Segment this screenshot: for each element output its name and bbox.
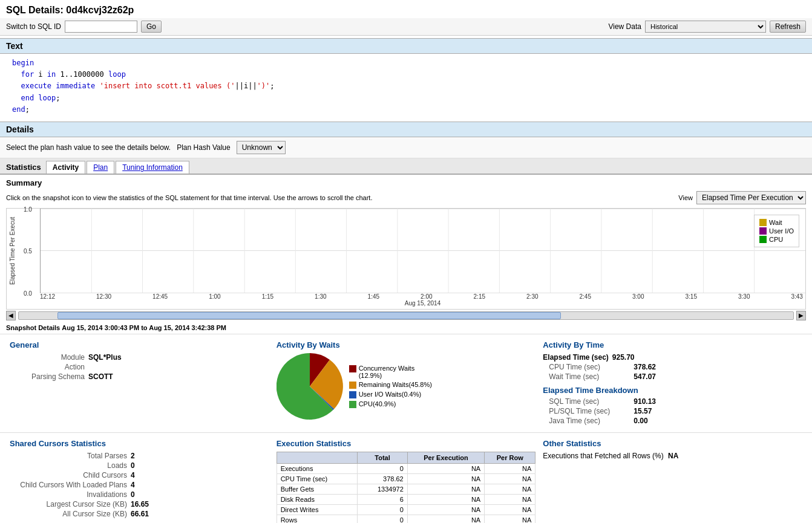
invalidations-label: Invalidations (10, 490, 131, 499)
sql-text: begin for i in 1..1000000 loop execute i… (0, 54, 812, 119)
activity-by-waits-section: Activity By Waits Concurrency Waits(12.9… (273, 338, 540, 429)
pie-userio-label: User I/O Waits(0.4%) (359, 391, 422, 398)
action-row: Action (10, 363, 269, 371)
row-buffer-total: 1334972 (358, 484, 407, 494)
plan-hash-select[interactable]: Unknown (237, 141, 286, 154)
switch-label: Switch to SQL ID (6, 22, 61, 31)
view-data-select[interactable]: Historical (645, 21, 766, 33)
main-grid: General Module SQL*Plus Action Parsing S… (0, 334, 812, 432)
shared-cursors-section: Shared Cursors Statistics Total Parses 2… (6, 437, 273, 523)
loads-row: Loads 0 (10, 461, 269, 470)
largest-cursor-value: 16.65 (131, 500, 149, 508)
legend-concurrency: Concurrency Waits(12.9%) (349, 365, 432, 379)
child-cursors-loaded-label: Child Cursors With Loaded Plans (10, 481, 131, 489)
go-button[interactable]: Go (141, 21, 162, 33)
bottom-grid: Shared Cursors Statistics Total Parses 2… (0, 432, 812, 523)
tab-plan[interactable]: Plan (87, 161, 114, 174)
loads-label: Loads (10, 461, 131, 470)
parsing-schema-row: Parsing Schema SCOTT (10, 372, 269, 381)
row-rows-per-row: NA (485, 515, 535, 523)
pie-container: Concurrency Waits(12.9%) Remaining Waits… (277, 353, 536, 420)
pie-legend: Concurrency Waits(12.9%) Remaining Waits… (349, 363, 432, 410)
scroll-thumb[interactable] (57, 312, 561, 319)
legend-wait-color (759, 219, 767, 226)
details-bar: Select the plan hash value to see the de… (0, 137, 812, 158)
shared-cursors-title: Shared Cursors Statistics (10, 439, 269, 448)
child-cursors-label: Child Cursors (10, 471, 131, 479)
legend-userio-waits: User I/O Waits(0.4%) (349, 391, 432, 398)
row-disk-total: 6 (358, 494, 407, 504)
row-executions-per-row: NA (485, 463, 535, 473)
row-executions-name: Executions (277, 463, 358, 473)
activity-by-time-section: Activity By Time Elapsed Time (sec) 925.… (539, 338, 806, 429)
legend-wait-label: Wait (769, 219, 782, 226)
sql-time-label: SQL Time (sec) (543, 397, 634, 406)
module-row: Module SQL*Plus (10, 353, 269, 362)
chart-content: 1.0 0.5 0.0 (40, 209, 805, 293)
wait-time-value: 547.07 (634, 372, 656, 381)
exec-fetched-value: NA (668, 452, 678, 460)
exec-fetched-row: Executions that Fetched all Rows (%) NA (543, 452, 802, 460)
elapsed-value: 925.70 (612, 353, 635, 362)
breakdown-title: Elapsed Time Breakdown (543, 386, 802, 395)
row-buffer-name: Buffer Gets (277, 484, 358, 494)
row-executions-per-exec: NA (407, 463, 484, 473)
elapsed-row: Elapsed Time (sec) 925.70 (543, 353, 802, 362)
legend-remaining: Remaining Waits(45.8%) (349, 381, 432, 389)
row-buffer-per-row: NA (485, 484, 535, 494)
col-name (277, 452, 358, 463)
exec-table-header: Total Per Execution Per Row (277, 452, 535, 463)
snapshot-range: Aug 15, 2014 3:00:43 PM to Aug 15, 2014 … (62, 324, 226, 331)
row-disk-name: Disk Reads (277, 494, 358, 504)
general-section: General Module SQL*Plus Action Parsing S… (6, 338, 273, 429)
row-disk-per-exec: NA (407, 494, 484, 504)
sql-time-value: 910.13 (634, 397, 656, 406)
total-parses-label: Total Parses (10, 452, 131, 460)
scroll-track[interactable] (18, 311, 794, 320)
row-direct-per-row: NA (485, 504, 535, 515)
loads-value: 0 (131, 461, 135, 470)
details-section-header: Details (0, 122, 812, 137)
chart-container: Elapsed Time Per Execut 1.0 0.5 0.0 (6, 208, 806, 310)
activity-by-time-title: Activity By Time (543, 340, 802, 349)
view-label: View (678, 194, 693, 201)
table-row: CPU Time (sec) 378.62 NA NA (277, 473, 535, 484)
chart-legend: Wait User I/O CPU (754, 215, 799, 247)
child-cursors-loaded-row: Child Cursors With Loaded Plans 4 (10, 481, 269, 489)
legend-cpu-color (759, 236, 767, 243)
cpu-time-label: CPU Time (sec) (543, 363, 634, 371)
row-cpu-name: CPU Time (sec) (277, 473, 358, 484)
row-buffer-per-exec: NA (407, 484, 484, 494)
pie-cpu-color (349, 401, 356, 408)
summary-title: Summary (0, 175, 812, 190)
legend-cpu: CPU (759, 236, 794, 243)
execution-statistics-title: Execution Statistics (277, 439, 536, 448)
table-row: Buffer Gets 1334972 NA NA (277, 484, 535, 494)
invalidations-value: 0 (131, 490, 135, 499)
row-cpu-total: 378.62 (358, 473, 407, 484)
invalidations-row: Invalidations 0 (10, 490, 269, 499)
child-cursors-value: 4 (131, 471, 135, 479)
tab-activity[interactable]: Activity (46, 161, 85, 174)
sql-id-input[interactable] (65, 21, 137, 33)
all-cursor-label: All Cursor Size (KB) (10, 510, 131, 518)
scroll-left[interactable]: ◀ (6, 311, 16, 320)
tab-tuning-information[interactable]: Tuning Information (116, 161, 189, 174)
legend-userio-label: User I/O (769, 227, 794, 235)
col-per-row: Per Row (485, 452, 535, 463)
pie-chart (277, 353, 343, 420)
details-description: Select the plan hash value to see the de… (6, 143, 171, 152)
other-statistics-title: Other Statistics (543, 439, 802, 448)
cpu-time-row: CPU Time (sec) 378.62 (543, 363, 802, 371)
legend-userio: User I/O (759, 227, 794, 235)
all-cursor-value: 66.61 (131, 510, 149, 518)
snapshot-details: Snapshot Details Aug 15, 2014 3:00:43 PM… (0, 322, 812, 334)
scroll-right[interactable]: ▶ (796, 311, 806, 320)
activity-by-waits-title: Activity By Waits (277, 340, 536, 349)
text-section-header: Text (0, 38, 812, 54)
refresh-button[interactable]: Refresh (770, 21, 806, 33)
total-parses-value: 2 (131, 452, 135, 460)
legend-userio-color (759, 227, 767, 235)
view-select[interactable]: Elapsed Time Per Execution (696, 191, 806, 204)
chart-desc-text: Click on the snapshot icon to view the s… (6, 194, 372, 201)
